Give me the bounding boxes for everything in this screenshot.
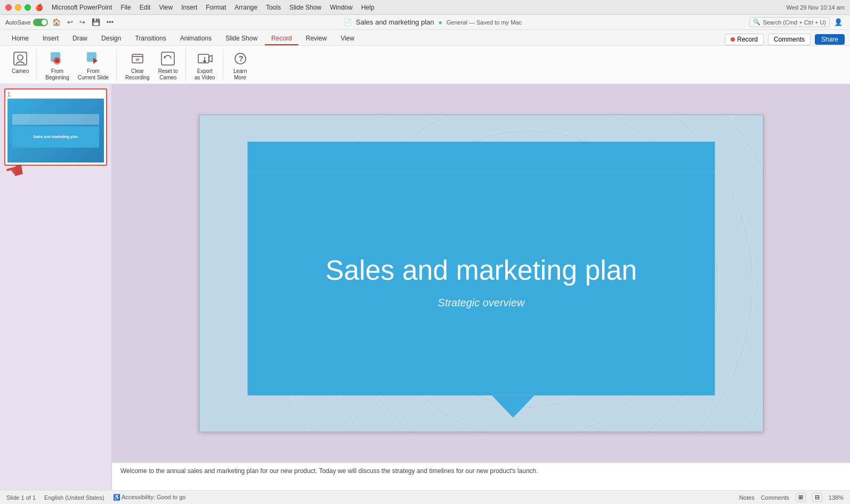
cameo-icon	[12, 50, 29, 67]
menu-tools[interactable]: Tools	[266, 4, 281, 11]
slide[interactable]: .ring-line { fill: none; stroke: rgba(15…	[199, 115, 764, 432]
view-normal-button[interactable]: ⊞	[796, 493, 806, 502]
zoom-level: 138%	[829, 494, 844, 501]
save-status: General — Saved to my Mac	[447, 19, 522, 26]
ribbon-export-video[interactable]: Exportas Video	[191, 48, 218, 83]
svg-point-1	[18, 55, 23, 60]
notes-text: Welcome to the annual sales and marketin…	[120, 467, 538, 475]
save-button[interactable]: 💾	[90, 17, 102, 27]
menu-microsoft-powerpoint[interactable]: Microsoft PowerPoint	[52, 4, 112, 11]
document-title-area: 📄 Sales and marketing plan ● General — S…	[118, 18, 747, 26]
minimize-button[interactable]	[15, 4, 21, 11]
quick-access-toolbar: AutoSave 🏠 ↩ ↪ 💾 ••• 📄 Sales and marketi…	[0, 15, 850, 30]
menu-bar: 🍎 Microsoft PowerPoint File Edit View In…	[35, 4, 374, 11]
tab-view[interactable]: View	[334, 32, 361, 45]
cameo-label: Cameo	[12, 68, 29, 75]
svg-rect-11	[161, 52, 174, 65]
traffic-lights	[5, 4, 31, 11]
menu-help[interactable]: Help	[361, 4, 375, 11]
tab-review[interactable]: Review	[299, 32, 333, 45]
learn-more-icon: ?	[232, 50, 249, 67]
slide-container: .ring-line { fill: none; stroke: rgba(15…	[112, 84, 850, 462]
clear-recording-label: ClearRecording	[125, 68, 150, 81]
menu-file[interactable]: File	[120, 4, 131, 11]
accessibility-status: ♿ Accessibility: Good to go	[113, 494, 186, 501]
menu-format[interactable]: Format	[206, 4, 226, 11]
close-button[interactable]	[5, 4, 12, 11]
ribbon-toolbar: Cameo FromBeginning FromCurrent Slide	[0, 46, 850, 84]
svg-marker-12	[164, 56, 166, 59]
clear-recording-icon	[129, 50, 146, 67]
tab-draw[interactable]: Draw	[66, 32, 94, 45]
menu-slideshow[interactable]: Slide Show	[289, 4, 321, 11]
search-bar[interactable]: 🔍 Search (Cmd + Ctrl + U)	[749, 17, 830, 27]
from-beginning-label: FromBeginning	[45, 68, 69, 81]
svg-rect-0	[14, 52, 27, 65]
tab-animations[interactable]: Animations	[174, 32, 218, 45]
menu-view[interactable]: View	[159, 4, 173, 11]
ribbon-cameo[interactable]: Cameo	[9, 48, 32, 77]
svg-text:Sales and marketing plan: Sales and marketing plan	[325, 255, 637, 286]
record-dot-icon	[731, 37, 735, 42]
ribbon-learn-more[interactable]: ? LearnMore	[229, 48, 252, 83]
accessibility-icon: ♿	[113, 494, 120, 500]
ribbon-clear-recording[interactable]: ClearRecording	[122, 48, 153, 83]
notes-area: Welcome to the annual sales and marketin…	[112, 462, 850, 490]
search-icon: 🔍	[753, 19, 760, 26]
ribbon-group-export: Exportas Video	[187, 48, 223, 82]
title-bar-right: Wed 29 Nov 10:14 am	[787, 4, 845, 11]
autosave-switch[interactable]	[33, 19, 48, 26]
share-button[interactable]: Share	[815, 34, 845, 45]
tab-record[interactable]: Record	[265, 32, 298, 45]
slide-thumbnail-1[interactable]: 1 Sales and marketing plan	[4, 88, 107, 166]
home-button[interactable]: 🏠	[50, 17, 63, 27]
autosave-label: AutoSave	[5, 19, 31, 26]
svg-rect-28	[247, 142, 715, 174]
tab-slideshow[interactable]: Slide Show	[219, 32, 264, 45]
slide-info: Slide 1 of 1	[6, 494, 36, 501]
reset-cameo-icon	[159, 50, 176, 67]
view-slide-sorter-button[interactable]: ⊟	[812, 493, 822, 502]
document-title: Sales and marketing plan	[356, 18, 434, 26]
export-video-label: Exportas Video	[195, 68, 215, 81]
record-button[interactable]: Record	[725, 34, 764, 45]
language-info: English (United States)	[44, 494, 104, 501]
tab-design[interactable]: Design	[95, 32, 127, 45]
menu-window[interactable]: Window	[330, 4, 353, 11]
svg-text:?: ?	[239, 54, 244, 63]
undo-button[interactable]: ↩	[65, 17, 75, 27]
ribbon-reset-cameo[interactable]: Reset toCameo	[155, 48, 181, 83]
menu-edit[interactable]: Edit	[140, 4, 151, 11]
more-qt-button[interactable]: •••	[104, 17, 116, 27]
ribbon-from-beginning[interactable]: FromBeginning	[42, 48, 72, 83]
ribbon-group-learn: ? LearnMore	[224, 48, 256, 82]
ribbon-group-clear: ClearRecording Reset toCameo	[118, 48, 186, 82]
slide-mini-preview: Sales and marketing plan	[7, 99, 104, 162]
menu-apple[interactable]: 🍎	[35, 4, 43, 11]
tab-home[interactable]: Home	[5, 32, 35, 45]
svg-rect-7	[132, 54, 143, 63]
notes-button[interactable]: Notes	[739, 494, 755, 501]
tab-transitions[interactable]: Transitions	[128, 32, 172, 45]
tab-insert[interactable]: Insert	[36, 32, 65, 45]
ribbon-from-current[interactable]: FromCurrent Slide	[75, 48, 112, 83]
ribbon-group-cameo: Cameo	[4, 48, 37, 82]
status-bar: Slide 1 of 1 English (United States) ♿ A…	[0, 490, 850, 504]
share-label: Share	[821, 36, 838, 43]
menu-arrange[interactable]: Arrange	[234, 4, 257, 11]
menu-insert[interactable]: Insert	[181, 4, 197, 11]
record-label: Record	[737, 36, 758, 43]
slide-number: 1	[7, 92, 104, 97]
maximize-button[interactable]	[25, 4, 31, 11]
autosave-toggle[interactable]: AutoSave	[5, 19, 48, 26]
export-video-icon	[196, 50, 213, 67]
redo-button[interactable]: ↪	[77, 17, 87, 27]
comments-status-button[interactable]: Comments	[761, 494, 789, 501]
profile-button[interactable]: 👤	[832, 17, 845, 27]
slide-mini-title: Sales and marketing plan	[33, 135, 78, 139]
learn-more-label: LearnMore	[233, 68, 247, 81]
search-placeholder: Search (Cmd + Ctrl + U)	[763, 19, 826, 26]
title-bar: 🍎 Microsoft PowerPoint File Edit View In…	[0, 0, 850, 15]
comments-button[interactable]: Comments	[768, 34, 811, 45]
status-bar-right: Notes Comments ⊞ ⊟ 138%	[739, 493, 844, 502]
